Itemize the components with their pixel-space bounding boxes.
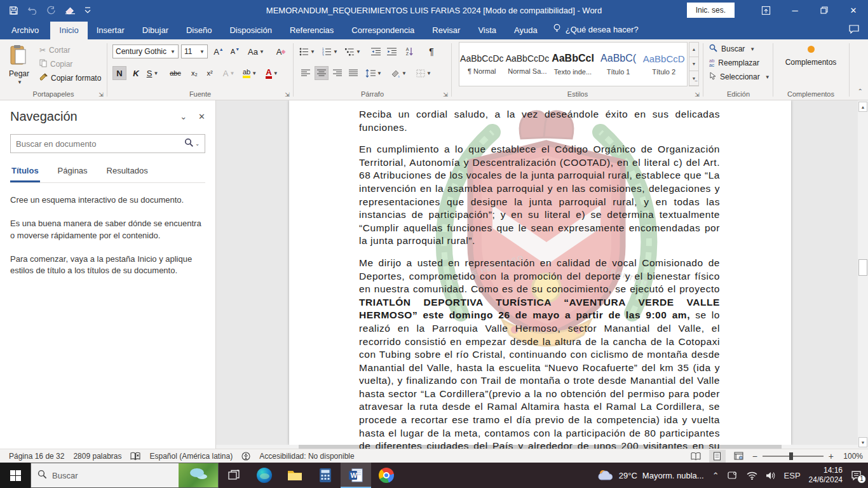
read-mode-icon[interactable]: [688, 450, 704, 463]
copy-button[interactable]: Copiar: [37, 57, 104, 71]
vertical-scrollbar[interactable]: ▲ ▼: [858, 100, 868, 449]
volume-icon[interactable]: [766, 471, 776, 480]
nav-tab-paginas[interactable]: Páginas: [57, 163, 89, 182]
tab-archivo[interactable]: Archivo: [0, 22, 50, 39]
tab-correspondencia[interactable]: Correspondencia: [342, 22, 423, 39]
zoom-slider-thumb[interactable]: [789, 452, 793, 460]
format-painter-button[interactable]: Copiar formato: [37, 71, 104, 85]
minimize-button[interactable]: ─: [780, 0, 810, 20]
style-texto-inde[interactable]: AaBbCcITexto inde...: [550, 43, 596, 86]
zoom-in-icon[interactable]: +: [829, 451, 834, 461]
edge-icon[interactable]: [249, 463, 280, 488]
qat-customize-icon[interactable]: [85, 6, 91, 14]
clipboard-dialog-launcher[interactable]: ⇲: [97, 90, 105, 99]
strikethrough-button[interactable]: abc: [168, 66, 182, 80]
calculator-icon[interactable]: [310, 463, 341, 488]
redo-icon[interactable]: [46, 6, 56, 15]
search-options-caret[interactable]: ⌄: [195, 141, 200, 147]
search-icon[interactable]: [184, 138, 194, 150]
tab-diseno[interactable]: Diseño: [177, 22, 220, 39]
clear-formatting-button[interactable]: A◆: [274, 44, 288, 58]
document-search-box[interactable]: ⌄: [10, 134, 205, 153]
superscript-button[interactable]: x²: [203, 66, 217, 80]
tab-referencias[interactable]: Referencias: [281, 22, 342, 39]
bold-button[interactable]: N: [112, 66, 126, 80]
file-explorer-icon[interactable]: [280, 463, 310, 488]
justify-icon[interactable]: [346, 66, 360, 80]
styles-scroll-up-icon[interactable]: ▲: [689, 43, 698, 57]
undo-icon[interactable]: [27, 6, 37, 15]
document-text[interactable]: Reciba un cordial saludo, a la vez deseá…: [359, 108, 720, 449]
align-right-icon[interactable]: [330, 66, 344, 80]
highlight-button[interactable]: ab▼: [242, 66, 257, 80]
word-count[interactable]: 2809 palabras: [73, 452, 121, 461]
vertical-scrollbar-thumb[interactable]: [858, 259, 867, 276]
styles-scroll-down-icon[interactable]: ▼: [689, 57, 698, 72]
tab-dibujar[interactable]: Dibujar: [133, 22, 177, 39]
search-input[interactable]: [16, 139, 184, 149]
align-center-icon[interactable]: [315, 66, 329, 80]
font-dialog-launcher[interactable]: ⇲: [283, 90, 292, 99]
web-layout-icon[interactable]: [731, 450, 747, 463]
ribbon-display-options-icon[interactable]: [751, 0, 780, 20]
subscript-button[interactable]: x₂: [187, 66, 201, 80]
tab-disposicion[interactable]: Disposición: [220, 22, 280, 39]
notification-center-icon[interactable]: 1: [851, 471, 862, 480]
change-case-button[interactable]: Aa▼: [246, 44, 266, 58]
cut-button[interactable]: ✂Cortar: [37, 43, 104, 57]
print-layout-icon[interactable]: [709, 450, 726, 463]
font-name-combo[interactable]: Century Gothic▼: [112, 44, 179, 58]
style-titulo-1[interactable]: AaBbC(Título 1: [596, 43, 642, 86]
replace-button[interactable]: abac Reemplazar: [704, 56, 773, 70]
tell-me-box[interactable]: ¿Qué desea hacer?: [546, 20, 645, 39]
scroll-up-icon[interactable]: ▲: [858, 102, 867, 112]
close-button[interactable]: ✕: [839, 0, 868, 20]
zoom-out-icon[interactable]: −: [752, 451, 757, 461]
borders-icon[interactable]: ▼: [416, 66, 432, 80]
chrome-icon[interactable]: [371, 463, 402, 488]
underline-button[interactable]: S▼: [146, 66, 159, 80]
addins-button[interactable]: Complementos: [774, 43, 848, 69]
style-titulo-2[interactable]: AaBbCcDTítulo 2: [641, 43, 687, 86]
navigation-chevron-icon[interactable]: ⌄: [180, 112, 187, 121]
clock[interactable]: 14:16 24/6/2024: [809, 466, 843, 485]
tray-expand-icon[interactable]: ⌃: [712, 471, 719, 480]
tab-ayuda[interactable]: Ayuda: [505, 22, 546, 39]
style-normal-sa[interactable]: AaBbCcDcNormal Sa...: [505, 43, 551, 86]
collapse-ribbon-icon[interactable]: ⌃: [858, 88, 863, 95]
zoom-slider[interactable]: [763, 456, 824, 457]
increase-indent-icon[interactable]: [384, 44, 398, 58]
eraser-icon[interactable]: [65, 6, 76, 15]
tab-inicio[interactable]: Inicio: [50, 22, 87, 39]
restore-button[interactable]: [810, 0, 839, 20]
document-canvas[interactable]: VALLE HERMOSO DEPORTIVO Reciba un cordia…: [216, 100, 858, 449]
start-button[interactable]: [0, 463, 31, 488]
font-size-combo[interactable]: 11▼: [181, 44, 208, 58]
shading-icon[interactable]: ▼: [390, 66, 407, 80]
bullet-list-icon[interactable]: ▼: [299, 44, 316, 58]
nav-tab-resultados[interactable]: Resultados: [105, 163, 149, 182]
task-view-button[interactable]: [219, 463, 249, 488]
italic-button[interactable]: K: [129, 66, 143, 80]
save-icon[interactable]: [9, 6, 18, 15]
find-button[interactable]: Buscar▼: [704, 42, 773, 56]
font-color-button[interactable]: A▼: [265, 66, 279, 80]
zoom-level[interactable]: 100%: [840, 452, 863, 461]
multilevel-list-icon[interactable]: ▼: [344, 44, 362, 58]
line-spacing-icon[interactable]: ▼: [365, 66, 383, 80]
wifi-icon[interactable]: [747, 471, 757, 480]
style-normal[interactable]: AaBbCcDc¶ Normal: [459, 43, 505, 86]
sign-in-button[interactable]: Inic. ses.: [687, 3, 735, 18]
tab-vista[interactable]: Vista: [469, 22, 505, 39]
tab-insertar[interactable]: Insertar: [88, 22, 133, 39]
comments-icon[interactable]: [849, 25, 859, 36]
select-button[interactable]: Seleccionar▼: [704, 70, 773, 84]
accessibility-status[interactable]: Accesibilidad: No disponible: [259, 452, 354, 461]
styles-dialog-launcher[interactable]: ⇲: [693, 90, 702, 99]
search-highlight-image[interactable]: [179, 463, 218, 487]
accessibility-icon[interactable]: [241, 452, 250, 461]
shrink-font-button[interactable]: A▼: [228, 44, 242, 58]
navigation-close-icon[interactable]: ✕: [198, 112, 205, 121]
tab-revisar[interactable]: Revisar: [423, 22, 469, 39]
weather-widget[interactable]: 29°C Mayorm. nubla...: [597, 468, 704, 483]
